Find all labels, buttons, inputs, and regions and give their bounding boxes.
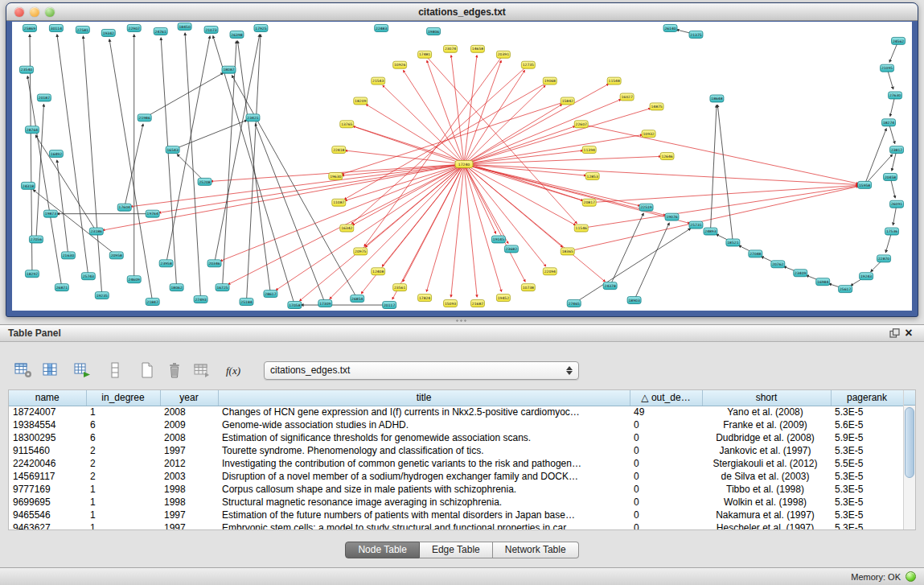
graph-node[interactable]: 25869 [23,24,36,31]
panel-splitter[interactable] [0,317,924,324]
delete-column-icon[interactable] [164,360,185,381]
graph-node[interactable]: 28764 [25,126,39,134]
close-panel-icon[interactable]: × [901,327,916,340]
graph-node[interactable]: 20762 [771,261,785,268]
graph-node[interactable]: 15958 [858,181,872,188]
graph-edge[interactable] [213,36,295,305]
graph-node[interactable]: 22870 [877,255,891,262]
graph-node[interactable]: 20817 [582,199,596,206]
graph-edge[interactable] [345,150,464,164]
graph-node[interactable]: 17604 [117,204,131,211]
graph-node[interactable]: 19235 [95,292,109,299]
graph-edge[interactable] [464,156,661,164]
table-row[interactable]: 1872400712008Changes of HCN gene express… [9,406,903,418]
tab-node-table[interactable]: Node Table [345,542,420,558]
graph-node[interactable]: 19076 [665,213,679,220]
graph-edge[interactable] [246,35,261,302]
column-header[interactable]: △ out_de… [630,390,702,406]
graph-node[interactable]: 14658 [470,45,484,52]
graph-edge[interactable] [710,105,717,231]
graph-node[interactable]: 18521 [726,239,740,246]
graph-node[interactable]: 26854 [351,295,364,303]
graph-node[interactable]: 19873 [43,210,57,217]
graph-edge[interactable] [464,85,545,164]
graph-node[interactable]: 25208 [198,178,211,185]
graph-edge[interactable] [223,41,237,287]
graph-node[interactable]: 24378 [603,282,617,290]
table-row[interactable]: 1830029562008Estimation of significance … [9,431,903,444]
new-column-icon[interactable] [137,360,158,381]
graph-node[interactable]: 21095 [881,64,894,72]
graph-node[interactable]: 18062 [170,284,183,291]
graph-node[interactable]: 18903 [627,297,641,304]
graph-node[interactable]: 21687 [470,300,484,307]
graph-edge[interactable] [392,164,464,299]
graph-edge[interactable] [464,164,502,291]
graph-node[interactable]: 27630 [889,92,902,99]
graph-node[interactable]: 15093 [444,300,458,307]
graph-node[interactable]: 19068 [543,77,556,84]
graph-node[interactable]: 21630 [61,252,75,259]
graph-edge[interactable] [103,164,464,230]
graph-edge[interactable] [451,56,464,164]
graph-node[interactable]: 26091 [890,200,904,208]
graph-edge[interactable] [300,164,464,301]
graph-node[interactable]: 19342 [101,29,115,36]
graph-node[interactable]: 27056 [29,236,43,243]
network-window-titlebar[interactable]: citations_edges.txt [6,3,918,21]
tab-network-table[interactable]: Network Table [493,542,579,558]
graph-node[interactable]: 22483 [375,24,388,31]
zoom-window-button[interactable] [45,7,55,17]
table-row[interactable]: 946362711997Embryonic stem cells: a mode… [9,521,903,530]
graph-edge[interactable] [464,164,525,282]
graph-node[interactable]: 20975 [354,248,368,255]
graph-node[interactable]: 23817 [890,146,904,154]
graph-node[interactable]: 21986 [138,114,151,122]
graph-node[interactable]: 11548 [607,77,621,84]
table-row[interactable]: 969969511998Structural magnetic resonanc… [9,496,903,509]
graph-edge[interactable] [238,41,271,294]
graph-node[interactable]: 26140 [663,24,677,31]
graph-edge[interactable] [581,124,859,183]
graph-node[interactable]: 19630 [329,172,343,179]
column-header[interactable]: pagerank [831,390,903,406]
graph-node[interactable]: 18450 [178,23,191,30]
float-panel-icon[interactable] [887,327,901,340]
graph-node[interactable]: 23409 [794,270,807,277]
graph-node[interactable]: 22607 [574,121,588,128]
graph-node[interactable]: 16492 [49,150,63,158]
table-row[interactable]: 1938455462009Genome-wide association stu… [9,418,903,431]
graph-node[interactable]: 18087 [222,66,236,73]
graph-edge[interactable] [464,105,562,164]
graph-edge[interactable] [131,164,464,207]
graph-edge[interactable] [185,33,200,299]
graph-node[interactable]: 23561 [393,284,407,291]
column-header[interactable]: name [9,390,86,406]
graph-node[interactable]: 22094 [543,268,556,275]
graph-node[interactable]: 17058 [288,302,302,309]
graph-edge[interactable] [109,39,153,302]
graph-node[interactable]: 24318 [21,182,35,189]
graph-node[interactable]: 27581 [76,26,89,33]
table-mode-icon[interactable] [13,360,34,381]
graph-node[interactable]: 25731 [689,221,703,229]
graph-node[interactable]: 27465 [567,300,581,307]
graph-node[interactable]: 21543 [372,77,385,84]
graph-edge[interactable] [589,185,858,202]
graph-node[interactable]: 17309 [318,300,332,307]
memory-status-indicator[interactable] [906,571,916,582]
graph-edge[interactable] [464,164,606,282]
graph-node[interactable]: 23074 [444,45,458,52]
graph-node[interactable]: 13765 [340,121,354,128]
graph-node[interactable]: 20117 [383,302,396,309]
graph-edge[interactable] [464,126,575,164]
graph-node[interactable]: 18648 [710,95,724,102]
graph-node[interactable]: 20458 [884,173,897,180]
graph-node[interactable]: 18209 [354,97,368,105]
graph-node[interactable]: 12646 [660,153,674,160]
splitter-grip-icon[interactable] [455,319,468,323]
graph-node[interactable]: 27493 [194,296,207,303]
graph-node[interactable]: 18297 [25,270,39,278]
graph-node[interactable]: 14875 [650,103,663,110]
tab-edge-table[interactable]: Edge Table [420,542,493,558]
